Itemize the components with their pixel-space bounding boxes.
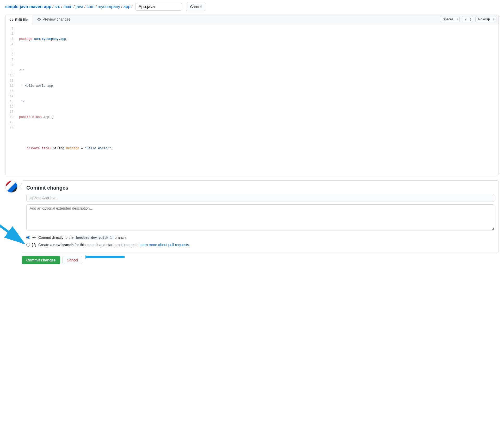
breadcrumb-part-0[interactable]: src (54, 4, 60, 9)
select-arrows-icon: ▴▾ (493, 18, 495, 21)
commit-option-new-branch[interactable]: Create a new branch for this commit and … (26, 241, 494, 248)
select-arrows-icon: ▴▾ (470, 18, 471, 21)
editor-tabnav: Edit file Preview changes Spaces ▴▾ 2 ▴▾… (5, 15, 499, 24)
tab-edit-label: Edit file (15, 18, 28, 22)
branch-chip: beedemo-dev-patch-1 (75, 236, 113, 240)
breadcrumb-part-4[interactable]: mycompany (98, 4, 120, 9)
commit-heading: Commit changes (26, 185, 494, 191)
commit-option-direct[interactable]: Commit directly to the beedemo-dev-patch… (26, 234, 494, 241)
breadcrumb-part-2[interactable]: java (76, 4, 83, 9)
tab-edit-file[interactable]: Edit file (5, 15, 33, 24)
eye-icon (37, 17, 41, 21)
select-arrows-icon: ▴▾ (457, 18, 458, 21)
indent-size-select[interactable]: 2 ▴▾ (462, 16, 473, 22)
wrap-mode-select[interactable]: No wrap ▴▾ (475, 16, 496, 22)
editor-panel: Edit file Preview changes Spaces ▴▾ 2 ▴▾… (5, 15, 499, 175)
indent-mode-select[interactable]: Spaces ▴▾ (440, 16, 460, 22)
breadcrumb-sep: / (51, 4, 54, 9)
line-number-gutter: 1234567891011121314151617181920 (5, 24, 17, 175)
cancel-button-top[interactable]: Cancel (186, 3, 206, 11)
cancel-commit-button[interactable]: Cancel (62, 256, 83, 264)
commit-box: Commit changes Commit directly to the be… (22, 180, 499, 253)
breadcrumb: simple-java-maven-app / src / main / jav… (5, 3, 499, 11)
breadcrumb-part-1[interactable]: main (63, 4, 72, 9)
git-commit-icon (32, 235, 36, 240)
breadcrumb-repo[interactable]: simple-java-maven-app (5, 4, 51, 9)
avatar (5, 180, 18, 193)
commit-actions: Commit changes Cancel (22, 256, 499, 264)
tab-preview-label: Preview changes (43, 17, 71, 21)
filename-input[interactable] (135, 3, 182, 11)
commit-section: Commit changes Commit directly to the be… (5, 180, 499, 253)
commit-radio-direct[interactable] (26, 236, 30, 239)
code-editor[interactable]: 1234567891011121314151617181920 package … (5, 24, 499, 175)
commit-radio-new-branch[interactable] (26, 243, 30, 247)
code-icon (9, 18, 14, 22)
commit-changes-button[interactable]: Commit changes (22, 256, 60, 264)
learn-more-link[interactable]: Learn more about pull requests. (138, 243, 190, 247)
svg-line-0 (0, 214, 23, 243)
tab-preview-changes[interactable]: Preview changes (33, 15, 75, 23)
commit-summary-input[interactable] (26, 194, 494, 202)
annotation-arrow-button (85, 254, 125, 260)
breadcrumb-part-3[interactable]: com (87, 4, 94, 9)
breadcrumb-part-5[interactable]: app (124, 4, 131, 9)
code-content[interactable]: package com.mycompany.app; /** * Hello w… (17, 24, 499, 175)
commit-description-input[interactable] (26, 204, 494, 230)
git-pull-request-icon (32, 243, 36, 247)
